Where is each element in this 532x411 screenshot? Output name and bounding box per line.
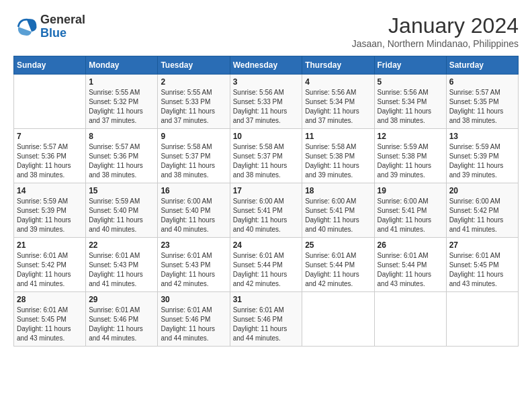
day-number: 5 xyxy=(378,77,443,87)
day-number: 13 xyxy=(449,132,515,141)
day-number: 28 xyxy=(17,295,83,304)
calendar-cell: 12Sunrise: 5:59 AMSunset: 5:38 PMDayligh… xyxy=(374,129,446,183)
day-info: Sunrise: 5:57 AMSunset: 5:36 PMDaylight:… xyxy=(17,142,83,180)
day-number: 18 xyxy=(305,186,371,195)
calendar-cell: 1Sunrise: 5:55 AMSunset: 5:32 PMDaylight… xyxy=(86,75,158,129)
day-number: 26 xyxy=(378,240,443,250)
header-sunday: Sunday xyxy=(14,56,86,75)
calendar-cell: 14Sunrise: 5:59 AMSunset: 5:39 PMDayligh… xyxy=(14,183,86,238)
day-info: Sunrise: 6:01 AMSunset: 5:43 PMDaylight:… xyxy=(161,251,226,289)
calendar-cell: 6Sunrise: 5:57 AMSunset: 5:35 PMDaylight… xyxy=(446,75,518,129)
week-row-5: 28Sunrise: 6:01 AMSunset: 5:45 PMDayligh… xyxy=(14,292,519,347)
header-tuesday: Tuesday xyxy=(158,56,230,75)
day-info: Sunrise: 6:00 AMSunset: 5:41 PMDaylight:… xyxy=(233,197,300,234)
week-row-4: 21Sunrise: 6:01 AMSunset: 5:42 PMDayligh… xyxy=(14,238,519,292)
calendar-cell: 16Sunrise: 6:00 AMSunset: 5:40 PMDayligh… xyxy=(158,183,230,238)
day-number: 22 xyxy=(89,240,154,250)
calendar-cell: 31Sunrise: 6:01 AMSunset: 5:46 PMDayligh… xyxy=(230,292,302,347)
logo-text: General Blue xyxy=(40,13,85,40)
day-number: 15 xyxy=(89,186,154,195)
day-info: Sunrise: 6:01 AMSunset: 5:46 PMDaylight:… xyxy=(89,306,154,343)
day-number: 29 xyxy=(89,295,154,304)
day-number: 30 xyxy=(161,295,226,304)
header-wednesday: Wednesday xyxy=(230,56,302,75)
calendar-cell: 11Sunrise: 5:58 AMSunset: 5:38 PMDayligh… xyxy=(302,129,374,183)
month-title: January 2024 xyxy=(352,13,519,38)
calendar-table: SundayMondayTuesdayWednesdayThursdayFrid… xyxy=(13,56,519,347)
calendar-cell: 25Sunrise: 6:01 AMSunset: 5:44 PMDayligh… xyxy=(302,238,374,292)
day-number: 8 xyxy=(89,132,154,141)
day-number: 17 xyxy=(233,186,300,195)
day-number: 27 xyxy=(449,240,515,250)
day-info: Sunrise: 6:01 AMSunset: 5:43 PMDaylight:… xyxy=(89,251,154,289)
day-info: Sunrise: 6:01 AMSunset: 5:44 PMDaylight:… xyxy=(378,251,443,289)
day-info: Sunrise: 6:00 AMSunset: 5:41 PMDaylight:… xyxy=(378,197,443,234)
calendar-cell: 18Sunrise: 6:00 AMSunset: 5:41 PMDayligh… xyxy=(302,183,374,238)
day-info: Sunrise: 5:58 AMSunset: 5:38 PMDaylight:… xyxy=(305,142,371,180)
calendar-cell: 9Sunrise: 5:58 AMSunset: 5:37 PMDaylight… xyxy=(158,129,230,183)
calendar-cell: 19Sunrise: 6:00 AMSunset: 5:41 PMDayligh… xyxy=(374,183,446,238)
day-number: 7 xyxy=(17,132,83,141)
header-saturday: Saturday xyxy=(446,56,518,75)
day-info: Sunrise: 5:56 AMSunset: 5:34 PMDaylight:… xyxy=(378,88,443,126)
calendar-cell xyxy=(446,292,518,347)
calendar-header: SundayMondayTuesdayWednesdayThursdayFrid… xyxy=(14,56,519,75)
calendar-cell: 5Sunrise: 5:56 AMSunset: 5:34 PMDaylight… xyxy=(374,75,446,129)
day-info: Sunrise: 5:55 AMSunset: 5:33 PMDaylight:… xyxy=(161,88,226,126)
day-info: Sunrise: 6:01 AMSunset: 5:45 PMDaylight:… xyxy=(449,251,515,289)
calendar-cell: 4Sunrise: 5:56 AMSunset: 5:34 PMDaylight… xyxy=(302,75,374,129)
day-info: Sunrise: 6:01 AMSunset: 5:44 PMDaylight:… xyxy=(233,251,300,289)
day-info: Sunrise: 5:58 AMSunset: 5:37 PMDaylight:… xyxy=(233,142,300,180)
day-info: Sunrise: 6:01 AMSunset: 5:45 PMDaylight:… xyxy=(17,306,83,343)
day-number: 11 xyxy=(305,132,371,141)
logo: General Blue xyxy=(13,13,85,40)
calendar-cell: 21Sunrise: 6:01 AMSunset: 5:42 PMDayligh… xyxy=(14,238,86,292)
calendar-cell: 20Sunrise: 6:00 AMSunset: 5:42 PMDayligh… xyxy=(446,183,518,238)
day-info: Sunrise: 5:57 AMSunset: 5:36 PMDaylight:… xyxy=(89,142,154,180)
day-info: Sunrise: 5:56 AMSunset: 5:34 PMDaylight:… xyxy=(305,88,371,126)
calendar-cell: 24Sunrise: 6:01 AMSunset: 5:44 PMDayligh… xyxy=(230,238,302,292)
day-info: Sunrise: 5:59 AMSunset: 5:40 PMDaylight:… xyxy=(89,197,154,234)
calendar-cell: 15Sunrise: 5:59 AMSunset: 5:40 PMDayligh… xyxy=(86,183,158,238)
header-thursday: Thursday xyxy=(302,56,374,75)
day-info: Sunrise: 5:57 AMSunset: 5:35 PMDaylight:… xyxy=(449,88,515,126)
calendar-cell xyxy=(302,292,374,347)
calendar-cell: 10Sunrise: 5:58 AMSunset: 5:37 PMDayligh… xyxy=(230,129,302,183)
calendar-cell: 17Sunrise: 6:00 AMSunset: 5:41 PMDayligh… xyxy=(230,183,302,238)
day-number: 14 xyxy=(17,186,83,195)
day-info: Sunrise: 5:59 AMSunset: 5:39 PMDaylight:… xyxy=(17,197,83,234)
calendar-cell: 22Sunrise: 6:01 AMSunset: 5:43 PMDayligh… xyxy=(86,238,158,292)
calendar-cell: 27Sunrise: 6:01 AMSunset: 5:45 PMDayligh… xyxy=(446,238,518,292)
day-number: 23 xyxy=(161,240,226,250)
day-info: Sunrise: 5:55 AMSunset: 5:32 PMDaylight:… xyxy=(89,88,154,126)
calendar-body: 1Sunrise: 5:55 AMSunset: 5:32 PMDaylight… xyxy=(14,75,519,347)
day-info: Sunrise: 6:01 AMSunset: 5:46 PMDaylight:… xyxy=(233,306,300,343)
calendar-cell: 7Sunrise: 5:57 AMSunset: 5:36 PMDaylight… xyxy=(14,129,86,183)
logo-icon xyxy=(13,15,38,39)
calendar-cell: 2Sunrise: 5:55 AMSunset: 5:33 PMDaylight… xyxy=(158,75,230,129)
day-number: 16 xyxy=(161,186,226,195)
day-info: Sunrise: 5:56 AMSunset: 5:33 PMDaylight:… xyxy=(233,88,300,126)
location: Jasaan, Northern Mindanao, Philippines xyxy=(352,38,519,49)
calendar-cell: 13Sunrise: 5:59 AMSunset: 5:39 PMDayligh… xyxy=(446,129,518,183)
day-number: 9 xyxy=(161,132,226,141)
day-info: Sunrise: 5:58 AMSunset: 5:37 PMDaylight:… xyxy=(161,142,226,180)
day-number: 31 xyxy=(233,295,300,304)
day-number: 10 xyxy=(233,132,300,141)
day-number: 4 xyxy=(305,77,371,87)
day-number: 2 xyxy=(161,77,226,87)
calendar-cell: 29Sunrise: 6:01 AMSunset: 5:46 PMDayligh… xyxy=(86,292,158,347)
week-row-1: 1Sunrise: 5:55 AMSunset: 5:32 PMDaylight… xyxy=(14,75,519,129)
calendar-cell: 28Sunrise: 6:01 AMSunset: 5:45 PMDayligh… xyxy=(14,292,86,347)
day-info: Sunrise: 6:00 AMSunset: 5:41 PMDaylight:… xyxy=(305,197,371,234)
title-block: January 2024 Jasaan, Northern Mindanao, … xyxy=(352,13,519,49)
calendar-cell: 30Sunrise: 6:01 AMSunset: 5:46 PMDayligh… xyxy=(158,292,230,347)
day-info: Sunrise: 5:59 AMSunset: 5:38 PMDaylight:… xyxy=(378,142,443,180)
header-monday: Monday xyxy=(86,56,158,75)
day-number: 19 xyxy=(378,186,443,195)
header-friday: Friday xyxy=(374,56,446,75)
day-number: 3 xyxy=(233,77,300,87)
day-info: Sunrise: 6:01 AMSunset: 5:42 PMDaylight:… xyxy=(17,251,83,289)
calendar-cell: 8Sunrise: 5:57 AMSunset: 5:36 PMDaylight… xyxy=(86,129,158,183)
day-number: 6 xyxy=(449,77,515,87)
